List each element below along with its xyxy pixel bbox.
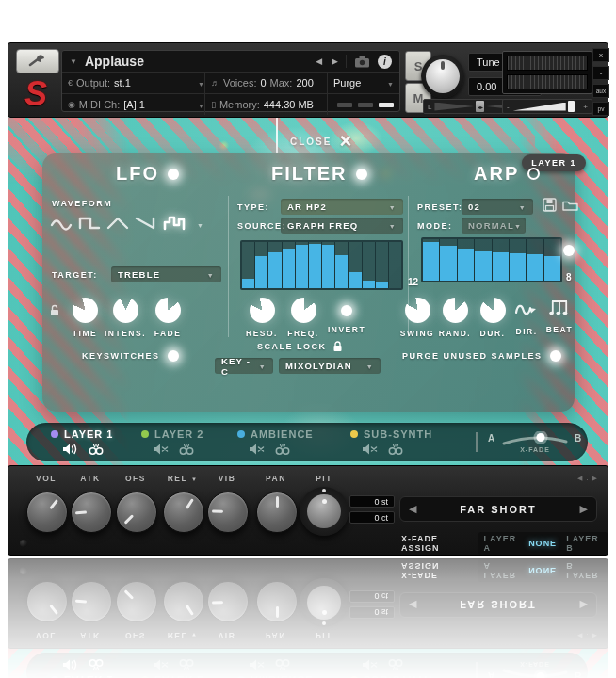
articulation-next-button[interactable]: ▶ [580, 503, 588, 515]
output-select[interactable]: € Output: st.1 [62, 73, 205, 93]
volume-plus[interactable]: + [583, 103, 588, 111]
cent-value-box[interactable]: 0 ct [349, 511, 395, 524]
volume-slider[interactable]: - + [502, 99, 592, 114]
folder-icon[interactable] [562, 199, 578, 211]
invert-led[interactable] [341, 305, 352, 316]
tab-ambience[interactable]: AMBIENCE [237, 428, 314, 456]
rel-caret-icon[interactable]: ▼ [191, 476, 198, 482]
unlock-icon[interactable] [49, 304, 60, 316]
panel-scroll-arrows[interactable]: ◀ ⁚ ▶ [577, 475, 598, 482]
graph-step[interactable] [322, 242, 335, 288]
semitone-value-box[interactable]: 0 st [349, 495, 395, 508]
graph-step[interactable] [423, 239, 440, 281]
wrench-button[interactable] [16, 49, 59, 73]
filter-graph[interactable] [240, 240, 403, 290]
volume-handle[interactable] [568, 101, 575, 112]
saw-wave-icon[interactable] [135, 214, 157, 233]
keyswitches-led[interactable] [168, 350, 179, 362]
freq-knob[interactable] [291, 298, 316, 323]
articulation-prev-button[interactable]: ◀ [409, 503, 416, 515]
xfade-option-layer-a[interactable]: LAYER A [484, 534, 520, 553]
pan-knob[interactable] [256, 492, 298, 533]
key-dropdown[interactable]: KEY - C [215, 358, 273, 374]
graph-step[interactable] [335, 242, 349, 288]
graph-step[interactable] [544, 239, 560, 281]
vol-knob[interactable] [26, 492, 68, 533]
title-caret-icon[interactable]: ▼ [70, 57, 77, 66]
graph-step[interactable] [389, 242, 401, 288]
beat-notes-icon[interactable] [548, 299, 571, 319]
sine-wave-icon[interactable] [50, 214, 73, 233]
dur-knob[interactable] [480, 298, 506, 323]
speaker-muted-icon[interactable] [362, 443, 378, 456]
time-knob[interactable] [73, 298, 98, 323]
pit-knob[interactable] [300, 487, 349, 536]
unlink-icon[interactable] [274, 443, 291, 456]
xfade-option-layer-b[interactable]: LAYER B [566, 534, 602, 553]
graph-step[interactable] [376, 242, 389, 288]
lfo-enable-led[interactable] [168, 169, 179, 180]
graph-step[interactable] [255, 242, 268, 288]
window-minimize-button[interactable]: - [592, 66, 609, 80]
filter-type-dropdown[interactable]: AR HP2 [281, 199, 403, 215]
aux-button[interactable]: aux [592, 84, 609, 98]
reso-knob[interactable] [250, 298, 275, 323]
graph-step[interactable] [527, 239, 543, 281]
graph-step[interactable] [510, 239, 527, 281]
arp-graph[interactable] [421, 237, 562, 282]
purge-unused-led[interactable] [550, 350, 561, 362]
speaker-muted-icon[interactable] [153, 443, 169, 456]
tune-knob[interactable] [421, 55, 464, 98]
graph-step[interactable] [475, 239, 492, 281]
purge-unused-toggle[interactable]: PURGE UNUSED SAMPLES [402, 350, 561, 362]
purge-menu[interactable]: Purge [328, 73, 399, 93]
unlink-icon[interactable] [387, 443, 404, 456]
graph-step[interactable] [363, 242, 376, 288]
scale-dropdown[interactable]: MIXOLYDIAN [279, 358, 381, 374]
arp-table-led[interactable] [563, 245, 575, 256]
graph-step[interactable] [242, 242, 255, 288]
ofs-knob[interactable] [116, 492, 157, 533]
graph-step[interactable] [268, 242, 282, 288]
speaker-on-icon[interactable] [62, 443, 78, 456]
mode-dropdown[interactable]: NORMAL [462, 218, 526, 234]
atk-knob[interactable] [71, 492, 112, 533]
next-instrument-button[interactable]: ▶ [332, 56, 338, 66]
tab-layer-2[interactable]: LAYER 2 [141, 428, 203, 456]
tab-layer-1[interactable]: LAYER 1 [51, 428, 113, 456]
speaker-muted-icon[interactable] [249, 443, 265, 456]
rand-knob[interactable] [443, 298, 468, 323]
filter-source-dropdown[interactable]: GRAPH FREQ [281, 218, 403, 234]
close-panel-button[interactable]: CLOSE × [290, 131, 351, 152]
intensity-knob[interactable] [113, 298, 138, 323]
info-icon[interactable]: i [378, 55, 392, 69]
square-wave-icon[interactable] [78, 214, 101, 233]
graph-step[interactable] [349, 242, 362, 288]
preset-dropdown[interactable]: 02 [462, 199, 533, 215]
xfade-option-none[interactable]: NONE [528, 539, 557, 548]
tab-sub-synth[interactable]: SUB-SYNTH [350, 428, 432, 456]
save-icon[interactable] [543, 198, 557, 212]
midi-channel-select[interactable]: ◉ MIDI Ch: [A] 1 [62, 94, 205, 115]
keyswitches-toggle[interactable]: KEYSWITCHES [82, 350, 179, 362]
graph-step[interactable] [458, 239, 475, 281]
graph-step[interactable] [283, 242, 296, 288]
graph-step[interactable] [440, 239, 457, 281]
window-close-button[interactable]: x [592, 48, 609, 62]
graph-step[interactable] [296, 242, 309, 288]
fade-knob[interactable] [155, 298, 181, 323]
triangle-wave-icon[interactable] [106, 214, 129, 233]
pv-button[interactable]: pv [592, 102, 609, 116]
pan-center-handle[interactable]: ◂▸ [476, 101, 484, 112]
swing-knob[interactable] [405, 298, 430, 323]
target-dropdown[interactable]: TREBLE [111, 266, 221, 282]
unlink-icon[interactable] [88, 443, 105, 456]
arp-enable-led[interactable] [527, 168, 540, 180]
unlink-icon[interactable] [178, 443, 195, 456]
camera-icon[interactable] [354, 56, 370, 68]
graph-step[interactable] [309, 242, 322, 288]
rel-knob[interactable] [163, 492, 204, 533]
graph-step[interactable] [493, 239, 510, 281]
prev-instrument-button[interactable]: ◀ [316, 56, 322, 66]
waveform-caret-icon[interactable] [197, 215, 203, 232]
